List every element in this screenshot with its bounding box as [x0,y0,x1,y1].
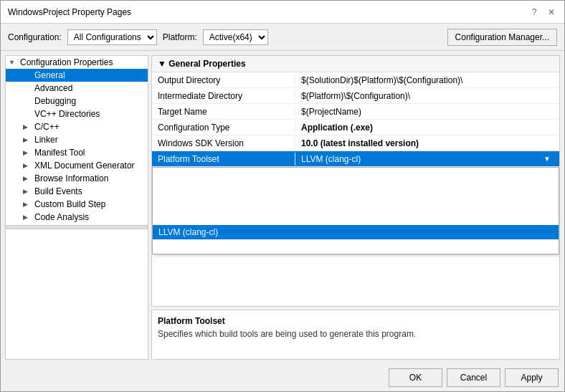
tree-arrow: ▶ [23,149,34,156]
props-label-output-dir: Output Directory [152,74,295,87]
dialog-title: WindowsProject Property Pages [8,7,131,17]
tree-arrow: ▶ [23,123,34,130]
props-value-config-type: Application (.exe) [295,121,559,134]
dropdown-option-llvm[interactable]: LLVM (clang-cl) [153,225,559,239]
props-value-target-name: $(ProjectName) [295,105,559,118]
title-bar: WindowsProject Property Pages ? ✕ [1,1,564,24]
tree-arrow: ▶ [23,201,34,208]
cancel-button[interactable]: Cancel [447,368,500,387]
props-value-output-dir: $(SolutionDir)$(Platform)\$(Configuratio… [295,74,559,87]
tree-label: Code Analysis [34,212,89,222]
tree-label: Manifest Tool [34,148,85,158]
tree-item-advanced[interactable]: Advanced [6,82,148,95]
dropdown-arrow-icon[interactable]: ▼ [543,155,554,163]
tree-item-vc-dirs[interactable]: VC++ Directories [6,107,148,120]
props-label-config-type: Configuration Type [152,121,295,134]
props-row-sdk-version: Windows SDK Version10.0 (latest installe… [152,135,559,151]
tree-arrow: ▶ [23,162,34,169]
tree-label: Build Events [34,186,82,196]
left-panel: ▼Configuration PropertiesGeneralAdvanced… [5,55,148,360]
tree-label: XML Document Generator [34,161,135,171]
tree-label: Configuration Properties [20,57,113,67]
props-row-platform-toolset[interactable]: Platform ToolsetLLVM (clang-cl) ▼Visual … [152,151,559,167]
info-title: Platform Toolset [158,316,554,326]
dropdown-option-vs2019[interactable]: Visual Studio 2019 (v142) [153,182,559,196]
tree-item-general[interactable]: General [6,69,148,82]
props-rows-container: Output Directory$(SolutionDir)$(Platform… [152,72,559,199]
tree-item-debugging[interactable]: Debugging [6,95,148,107]
tree-label: Browse Information [34,173,108,183]
tree-arrow: ▶ [23,214,34,221]
property-pages-dialog: WindowsProject Property Pages ? ✕ Config… [0,0,565,392]
tree-item-build-events[interactable]: ▶Build Events [6,185,148,198]
tree-item-custom-build[interactable]: ▶Custom Build Step [6,198,148,211]
scrollbar[interactable] [6,225,148,229]
props-area: ▼ General Properties Output Directory$(S… [151,55,560,307]
props-label-target-name: Target Name [152,105,295,118]
tree-label: C/C++ [34,122,60,132]
right-panel: ▼ General Properties Output Directory$(S… [151,55,560,360]
props-label-intermediate-dir: Intermediate Directory [152,90,295,102]
props-label-platform-toolset: Platform Toolset [152,153,295,166]
config-label: Configuration: [8,32,62,42]
props-header-title: General Properties [168,59,245,69]
props-value-platform-toolset[interactable]: LLVM (clang-cl) ▼Visual Studio 2022 (v14… [295,153,559,166]
props-label-sdk-version: Windows SDK Version [152,137,295,150]
tree-label: Linker [34,135,58,145]
help-button[interactable]: ? [528,6,540,18]
props-row-intermediate-dir: Intermediate Directory$(Platform)\$(Conf… [152,88,559,104]
tree-arrow: ▶ [23,136,34,143]
config-select[interactable]: All Configurations [67,29,157,45]
tree-item-manifest-tool[interactable]: ▶Manifest Tool [6,146,148,159]
platform-label: Platform: [163,32,197,42]
props-value-text: LLVM (clang-cl) [301,154,361,164]
tree-label: General [34,70,65,80]
tree-label: Advanced [34,83,72,93]
platform-select[interactable]: Active(x64) [203,29,268,45]
tree-container: ▼Configuration PropertiesGeneralAdvanced… [6,56,148,224]
info-desc: Specifies which build tools are being us… [158,329,554,339]
tree-arrow: ▶ [23,188,34,195]
props-header: ▼ General Properties [152,56,559,72]
dropdown-option-vs2022[interactable]: Visual Studio 2022 (v143) [153,168,559,182]
close-button[interactable]: ✕ [546,6,557,18]
dropdown-option-vs2015xp[interactable]: Visual Studio 2015 - Windows XP (v140_xp… [153,211,559,225]
tree-item-config-properties[interactable]: ▼Configuration Properties [6,56,148,69]
props-value-sdk-version: 10.0 (latest installed version) [295,137,559,150]
dropdown-option-vs2015[interactable]: Visual Studio 2015 (v140) [153,196,559,211]
tree-item-c-cpp[interactable]: ▶C/C++ [6,120,148,133]
tree-item-code-analysis[interactable]: ▶Code Analysis [6,211,148,224]
toolbar: Configuration: All Configurations Platfo… [1,24,564,51]
info-area: Platform Toolset Specifies which build t… [151,310,560,360]
props-value-intermediate-dir: $(Platform)\$(Configuration)\ [295,90,559,102]
props-row-config-type: Configuration TypeApplication (.exe) [152,120,559,135]
tree-arrow: ▼ [9,59,20,66]
props-table: Output Directory$(SolutionDir)$(Platform… [152,72,559,306]
props-header-icon: ▼ [158,59,168,69]
tree-item-browse-info[interactable]: ▶Browse Information [6,172,148,185]
tree-item-xml-doc[interactable]: ▶XML Document Generator [6,159,148,172]
tree-arrow: ▶ [23,175,34,182]
config-manager-button[interactable]: Configuration Manager... [447,29,557,46]
bottom-buttons: OK Cancel Apply [1,364,564,391]
dropdown-option-inherit[interactable]: <inherit from parent or project defaults… [153,239,559,254]
tree-label: VC++ Directories [34,109,100,119]
platform-toolset-dropdown: Visual Studio 2022 (v143)Visual Studio 2… [152,167,559,254]
tree-label: Custom Build Step [34,199,105,209]
tree-label: Debugging [34,96,76,106]
main-content: ▼Configuration PropertiesGeneralAdvanced… [1,51,564,364]
apply-button[interactable]: Apply [505,368,559,387]
tree-item-linker[interactable]: ▶Linker [6,133,148,146]
props-row-target-name: Target Name$(ProjectName) [152,104,559,120]
title-bar-buttons: ? ✕ [528,6,557,18]
props-row-output-dir: Output Directory$(SolutionDir)$(Platform… [152,72,559,88]
ok-button[interactable]: OK [389,368,442,387]
